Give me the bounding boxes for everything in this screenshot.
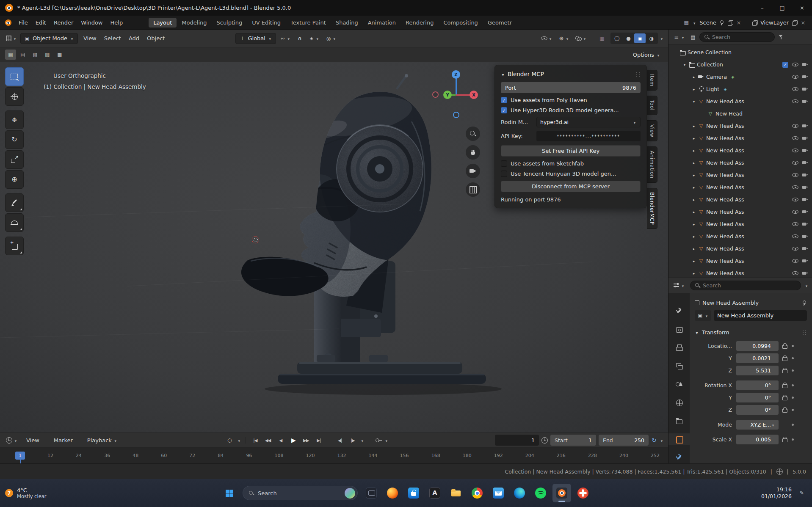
- options-dropdown[interactable]: Options: [633, 52, 663, 58]
- disclosure-chevron[interactable]: [690, 259, 697, 263]
- camera-visibility-icon[interactable]: [802, 87, 809, 91]
- taskbar-app[interactable]: [447, 484, 465, 502]
- outliner-editor-type-button[interactable]: [672, 34, 687, 40]
- value-field[interactable]: XYZ E...: [736, 420, 779, 430]
- lock-icon[interactable]: [782, 383, 787, 388]
- eye-icon[interactable]: [792, 259, 798, 263]
- browse-scene-icon[interactable]: [683, 19, 689, 25]
- properties-tab[interactable]: [671, 415, 688, 427]
- tool-button[interactable]: [5, 237, 24, 255]
- gizmo-x-ball[interactable]: X: [470, 91, 478, 99]
- animate-dot[interactable]: [792, 397, 794, 399]
- eye-icon[interactable]: [792, 99, 798, 104]
- polyhaven-checkbox[interactable]: Use assets from Poly Haven: [501, 97, 641, 103]
- object-name[interactable]: Camera: [706, 74, 727, 80]
- playback-popover-chevron[interactable]: [360, 437, 365, 444]
- pin-icon[interactable]: [802, 300, 807, 306]
- taskbar-app[interactable]: [552, 484, 571, 502]
- disclosure-chevron[interactable]: [690, 87, 697, 91]
- disclosure-chevron[interactable]: [690, 234, 697, 239]
- set-free-trial-button[interactable]: Set Free Trial API Key: [501, 145, 641, 157]
- object-name[interactable]: New Head Ass: [706, 209, 744, 215]
- eye-icon[interactable]: [792, 185, 798, 190]
- object-name[interactable]: Scene Collection: [688, 49, 732, 55]
- play-button[interactable]: [288, 435, 298, 445]
- new-viewlayer-icon[interactable]: [792, 20, 797, 25]
- eye-icon[interactable]: [792, 246, 798, 251]
- disclosure-chevron[interactable]: [681, 63, 688, 67]
- object-name[interactable]: Light: [706, 86, 719, 92]
- weather-widget[interactable]: 7 4°C Mostly clear: [5, 487, 46, 499]
- eye-icon[interactable]: [792, 62, 798, 67]
- notification-center-icon[interactable]: [797, 488, 807, 498]
- disclosure-chevron[interactable]: [690, 99, 697, 104]
- disclosure-chevron[interactable]: [690, 198, 697, 202]
- select-op-button[interactable]: [17, 50, 28, 60]
- eye-icon[interactable]: [792, 124, 798, 128]
- frame-label[interactable]: 156: [400, 453, 409, 458]
- keying-set-icon[interactable]: [376, 438, 382, 442]
- checkbox-icon[interactable]: [501, 160, 507, 167]
- value-field[interactable]: 0°: [736, 393, 779, 402]
- frame-label[interactable]: 24: [76, 453, 82, 458]
- close-button[interactable]: ×: [792, 0, 812, 16]
- animate-dot[interactable]: [792, 424, 794, 426]
- properties-tab[interactable]: [671, 452, 688, 463]
- camera-visibility-icon[interactable]: [802, 74, 809, 79]
- object-name[interactable]: New Head Ass: [706, 270, 744, 276]
- outliner-row[interactable]: New Head Ass: [668, 120, 812, 132]
- viewport-menu[interactable]: Add: [125, 35, 143, 41]
- outliner-row[interactable]: New Head Ass: [668, 218, 812, 230]
- timeline-menu[interactable]: Marker: [50, 437, 83, 444]
- sketchfab-checkbox[interactable]: Use assets from Sketchfab: [501, 160, 641, 167]
- disclosure-chevron[interactable]: [690, 75, 697, 79]
- outliner-row[interactable]: New Head Ass: [668, 193, 812, 206]
- value-field[interactable]: 0.0021: [736, 353, 779, 363]
- api-key-field[interactable]: **********...**********: [536, 131, 641, 141]
- editor-type-button[interactable]: [4, 35, 19, 41]
- workspace-tab[interactable]: Rendering: [401, 18, 438, 28]
- menubar-menu[interactable]: Help: [107, 19, 127, 26]
- eye-icon[interactable]: [792, 209, 798, 214]
- prev-keyframe-button[interactable]: [263, 435, 273, 445]
- disclosure-chevron[interactable]: [690, 161, 697, 165]
- taskbar-app[interactable]: [489, 484, 508, 502]
- lock-icon[interactable]: [782, 368, 787, 373]
- frame-label[interactable]: 240: [619, 453, 628, 458]
- outliner-row[interactable]: New Head Ass: [668, 157, 812, 169]
- filter-icon[interactable]: [778, 34, 784, 40]
- properties-editor-type-button[interactable]: [672, 282, 687, 289]
- lock-icon[interactable]: [782, 437, 787, 442]
- eye-icon[interactable]: [792, 234, 798, 239]
- taskbar-app[interactable]: [468, 484, 486, 502]
- timeline-menu[interactable]: View: [22, 437, 50, 444]
- workspace-tab[interactable]: Modeling: [177, 18, 211, 28]
- workspace-tab[interactable]: Layout: [149, 18, 177, 28]
- current-frame-field[interactable]: 1: [495, 435, 539, 446]
- disclosure-chevron[interactable]: [690, 247, 697, 251]
- pivot-dropdown[interactable]: [278, 33, 293, 44]
- object-name[interactable]: New Head: [715, 110, 743, 117]
- play-reverse-button[interactable]: [276, 435, 286, 445]
- frame-label[interactable]: 228: [588, 453, 597, 458]
- lock-icon[interactable]: [782, 395, 787, 400]
- camera-visibility-icon[interactable]: [802, 136, 809, 141]
- snap-settings-dropdown[interactable]: [307, 33, 322, 44]
- workspace-tab[interactable]: Animation: [363, 18, 400, 28]
- camera-visibility-icon[interactable]: [802, 62, 809, 67]
- camera-visibility-icon[interactable]: [802, 99, 809, 104]
- gizmo-minus-z-ball[interactable]: [453, 112, 459, 118]
- material-shading-button[interactable]: [634, 33, 646, 43]
- outliner-row[interactable]: New Head Ass: [668, 255, 812, 267]
- select-op-button[interactable]: [30, 50, 41, 60]
- frame-label[interactable]: 132: [337, 453, 346, 458]
- rendered-shading-button[interactable]: [646, 33, 657, 43]
- minimize-button[interactable]: –: [752, 0, 772, 16]
- properties-tab[interactable]: [671, 323, 688, 335]
- orientation-dropdown[interactable]: Global: [235, 33, 276, 44]
- pin-icon[interactable]: [719, 20, 724, 25]
- outliner-row[interactable]: New Head Ass: [668, 267, 812, 278]
- prev-frame-button[interactable]: [335, 435, 345, 445]
- start-frame-field[interactable]: Start1: [550, 435, 596, 446]
- disclosure-chevron[interactable]: [690, 271, 697, 276]
